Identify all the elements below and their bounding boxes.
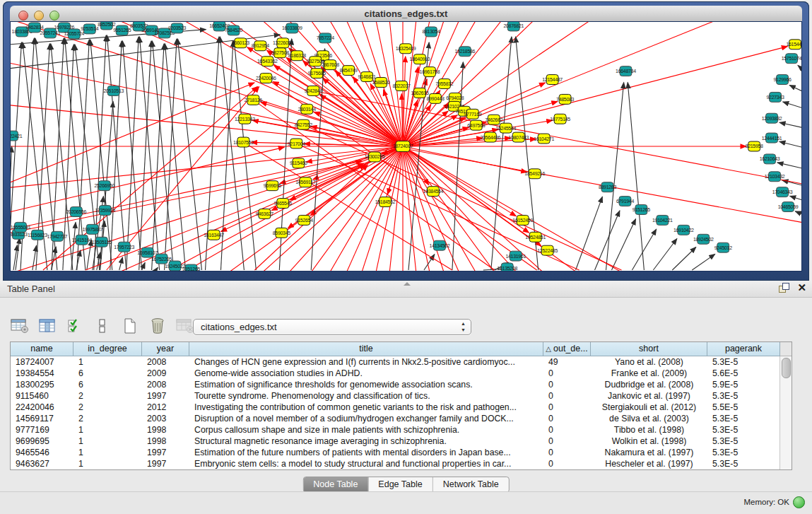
split-divider-handle[interactable]	[404, 282, 411, 286]
table-cell: 5.3E-5	[707, 413, 780, 424]
header-spacer	[780, 342, 792, 356]
delete-column-icon[interactable]	[148, 317, 167, 335]
node-label: 20876821	[503, 23, 524, 28]
node-label: 18775145	[550, 117, 570, 122]
node-label: 12213343	[235, 117, 255, 122]
graph-edge	[795, 211, 801, 214]
graph-edge	[606, 83, 623, 270]
table-cell: 0	[543, 458, 591, 469]
table-cell: 1997	[142, 458, 189, 469]
node-label: 9151265	[632, 207, 651, 212]
column-header-short[interactable]: short	[591, 342, 707, 356]
graph-edge	[779, 122, 801, 127]
float-panel-icon[interactable]	[779, 283, 789, 293]
node-label: 20206556	[66, 209, 86, 214]
node-label: 9551265	[113, 28, 131, 33]
node-label: 17957223	[114, 245, 134, 250]
graph-edge	[798, 65, 801, 68]
node-label: 9351265	[182, 267, 201, 271]
table-panel-title: Table Panel	[7, 284, 55, 294]
table-cell: Genome-wide association studies in ADHD.	[189, 368, 543, 379]
table-row[interactable]: 946554611997Estimation of the future num…	[11, 447, 792, 458]
column-visibility-icon[interactable]	[37, 317, 57, 335]
column-header-name[interactable]: name	[11, 342, 73, 356]
table-cell: 2012	[142, 402, 189, 413]
table-row[interactable]: 2242004622012Investigating the contribut…	[11, 402, 792, 413]
node-label: 20557241	[40, 30, 61, 35]
network-graph-canvas[interactable]: 1872400786601238912954132260589827508818…	[10, 21, 802, 271]
window-title: citations_edges.txt	[10, 8, 802, 19]
graph-edge	[107, 35, 126, 270]
window-titlebar[interactable]: citations_edges.txt	[10, 6, 802, 22]
network-view-window: citations_edges.txt 18724007866012389129…	[3, 1, 809, 281]
node-label: 9827508	[271, 50, 290, 55]
node-label: 12093832	[762, 116, 782, 121]
table-row[interactable]: 946362711997Embryonic stem cells: a mode…	[11, 458, 792, 469]
graph-edge	[177, 39, 201, 270]
new-column-icon[interactable]	[120, 317, 140, 335]
table-row[interactable]: 969969511998Structural magnetic resonanc…	[11, 436, 792, 447]
table-cell: 1	[73, 458, 142, 469]
graph-edge	[782, 180, 801, 185]
table-cell: Yano et al. (2008)	[591, 356, 707, 368]
node-label: 12522485	[537, 248, 558, 253]
row-height-icon[interactable]	[93, 317, 112, 335]
table-cell: Dudbridge et al. (2008)	[591, 379, 707, 390]
citation-network-graph[interactable]: 1872400786601238912954132260589827508818…	[11, 22, 801, 271]
table-cell: 9777169	[11, 424, 73, 436]
node-label: 11415194	[72, 238, 93, 243]
graph-edge	[156, 267, 158, 270]
table-cell: 9699695	[11, 436, 73, 447]
table-header-row: namein_degreeyeartitle△out_de...shortpag…	[11, 342, 792, 356]
tab-node-table[interactable]: Node Table	[303, 477, 368, 492]
table-cell: 49	[543, 356, 591, 368]
table-row[interactable]: 1830029562008Estimation of significance …	[11, 379, 792, 390]
node-label: 16245544	[495, 126, 516, 131]
column-header-year[interactable]: year	[142, 342, 189, 356]
node-label: 20564486	[480, 135, 500, 140]
table-cell: 9465546	[11, 447, 73, 458]
table-row[interactable]: 1872400712008Changes of HCN gene express…	[11, 356, 792, 368]
graph-edge	[424, 255, 435, 270]
table-cell: 1	[73, 356, 142, 368]
table-panel-header: Table Panel ✕	[0, 281, 812, 298]
select-all-columns-icon[interactable]	[65, 317, 85, 335]
table-cell: 0	[543, 390, 591, 402]
node-label: 12444151	[762, 136, 782, 141]
table-cell: Structural magnetic resonance image aver…	[189, 436, 543, 447]
table-row[interactable]: 1938455462009Genome-wide association stu…	[11, 368, 792, 379]
table-cell: 2008	[142, 356, 189, 368]
vertical-scrollbar[interactable]	[779, 356, 792, 469]
graph-edge	[119, 257, 123, 270]
node-label: 16152450	[512, 218, 533, 223]
tab-network-table[interactable]: Network Table	[433, 477, 509, 492]
graph-edge	[403, 22, 801, 146]
node-label: 18640910	[410, 57, 430, 62]
node-label: 11156823	[28, 233, 47, 238]
column-header-pagerank[interactable]: pagerank	[707, 342, 780, 356]
table-cell: 6	[73, 368, 142, 379]
table-row[interactable]: 1456911722003Disruption of a novel membe…	[11, 413, 792, 424]
column-header-out_de[interactable]: △out_de...	[543, 342, 591, 356]
node-label: 9129966	[774, 77, 792, 82]
memory-indicator-icon[interactable]	[793, 496, 805, 508]
table-row[interactable]: 911546021997Tourette syndrome. Phenomeno…	[11, 390, 792, 402]
close-panel-icon[interactable]: ✕	[797, 283, 806, 293]
table-cell: 5.5E-5	[707, 402, 780, 413]
table-settings-icon[interactable]	[10, 317, 30, 335]
table-cell: Tourette syndrome. Phenomenology and cla…	[189, 390, 543, 402]
graph-edge	[779, 141, 801, 147]
tab-edge-table[interactable]: Edge Table	[368, 477, 433, 492]
node-label: 8990448	[426, 96, 445, 101]
column-header-in_degree[interactable]: in_degree	[73, 342, 142, 356]
node-label: 17046343	[772, 189, 793, 194]
node-label: 16910422	[673, 228, 694, 233]
table-select-dropdown[interactable]: citations_edges.txt ▲▼	[193, 319, 471, 335]
scrollbar-thumb[interactable]	[782, 358, 791, 378]
node-label: 1588520	[372, 80, 391, 85]
node-label: 1615448	[786, 42, 801, 47]
column-header-title[interactable]: title	[189, 342, 543, 356]
table-cell: 0	[543, 424, 591, 436]
table-row[interactable]: 977716911998Corpus callosum shape and si…	[11, 424, 792, 436]
table-cell: 2	[73, 402, 142, 413]
